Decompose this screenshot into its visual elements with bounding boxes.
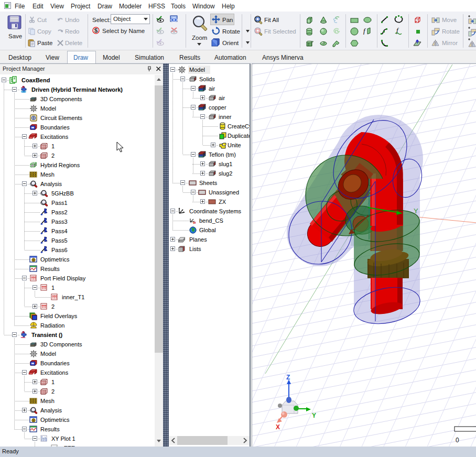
svg-text:X: X [276,423,280,431]
svg-text:Y: Y [414,207,418,215]
svg-text:Y: Y [312,412,316,419]
svg-text:0: 0 [456,437,459,444]
svg-text:S: S [94,28,98,34]
svg-text:w: w [192,221,196,224]
svg-text:Z: Z [286,374,290,381]
svg-text:f: f [363,27,366,35]
